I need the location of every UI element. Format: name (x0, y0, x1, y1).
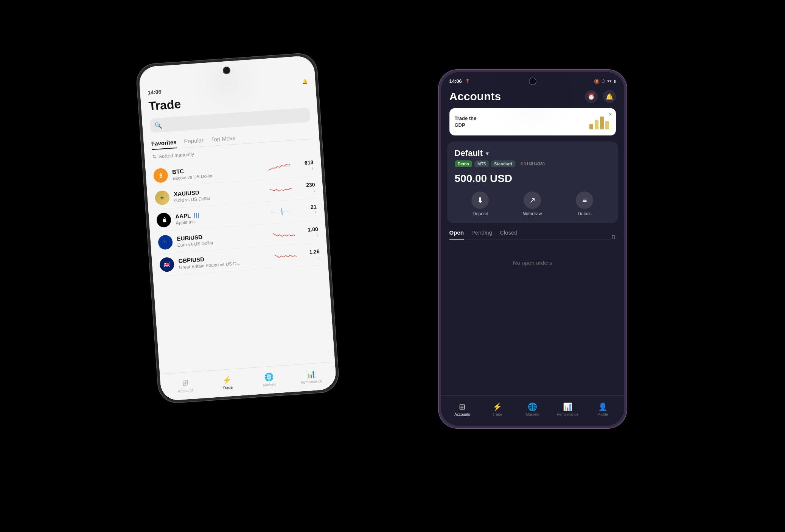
orders-tabs: Open Pending Closed (449, 229, 611, 240)
front-performance-icon: 📊 (563, 402, 572, 411)
closed-tab-wrap: Closed (500, 229, 518, 240)
btc-sparkline (267, 161, 291, 173)
tab-closed[interactable]: Closed (500, 229, 518, 236)
account-card: Default ▾ Demo MT5 Standard # 116814330 … (447, 142, 618, 223)
btc-info: BTC Bitcoin vs US Dollar (172, 162, 263, 181)
aapl-bar-icon: ||| (193, 211, 200, 218)
standard-badge: Standard (491, 160, 515, 167)
back-nav-markets[interactable]: 🌐 Markets (247, 371, 290, 388)
xau-price: 230 ↓ (296, 181, 316, 194)
accounts-screen-title: Accounts (449, 90, 501, 103)
wifi-icon: ▾▾ (607, 79, 612, 84)
svg-rect-2 (589, 124, 593, 129)
eur-flag-icon: 🇪🇺 (157, 235, 173, 250)
withdraw-button[interactable]: ↗ Withdraw (523, 191, 542, 216)
dark-status-left: 14:06 📍 (449, 78, 470, 84)
eur-info: EUR/USD Euro vs US Dollar (176, 229, 268, 248)
account-actions: ⬇ Deposit ↗ Withdraw ≡ Details (455, 191, 611, 216)
dark-status-right: 🔕 ⬡ ▾▾ ▮ (594, 79, 616, 84)
front-accounts-label: Accounts (454, 412, 470, 417)
svg-rect-4 (600, 117, 604, 129)
sort-arrows-icon: ⇅ (152, 154, 156, 160)
front-nav-profile[interactable]: 👤 Profile (585, 402, 620, 417)
back-nav-performance[interactable]: 📊 Performance (289, 368, 332, 385)
eur-price: 1.00 ↓ (299, 226, 319, 238)
front-nav-trade[interactable]: ⚡ Trade (480, 402, 515, 417)
phone-back-inner: 14:06 🔔 Trade 🔍 Favorites Popular Top Mo… (138, 55, 337, 401)
back-nav-trade[interactable]: ⚡ Trade (206, 374, 249, 391)
scene: 14:06 🔔 Trade 🔍 Favorites Popular Top Mo… (128, 39, 658, 493)
notification-button[interactable]: 🔔 (603, 90, 616, 103)
phone-front: 14:06 📍 🔕 ⬡ ▾▾ ▮ Accounts ⏰ 🔔 (438, 69, 627, 429)
deposit-icon: ⬇ (471, 191, 489, 209)
front-performance-label: Performance (557, 412, 578, 417)
tab-open[interactable]: Open (449, 229, 464, 236)
no-orders-message: No open orders (449, 244, 616, 281)
open-tab-wrap: Open (449, 229, 464, 240)
front-trade-label: Trade (493, 412, 502, 417)
front-markets-icon: 🌐 (528, 402, 537, 411)
mt5-badge: MT5 (474, 160, 489, 167)
account-badges: Demo MT5 Standard # 116814330 (455, 160, 611, 167)
phone-front-inner: 14:06 📍 🔕 ⬡ ▾▾ ▮ Accounts ⏰ 🔔 (441, 72, 624, 426)
back-nav-accounts[interactable]: ⊞ Accounts (164, 376, 207, 394)
tab-favorites[interactable]: Favorites (151, 137, 177, 150)
orders-section: Open Pending Closed ⇅ No open orders (441, 229, 624, 281)
eur-sparkline (272, 228, 295, 240)
account-id-badge: # 116814330 (518, 160, 548, 167)
gbp-info: GBP/USD Great Britain Pound vs US D... (178, 251, 270, 270)
gbp-sparkline (273, 250, 297, 262)
front-profile-label: Profile (597, 412, 608, 417)
front-nav-performance[interactable]: 📊 Performance (550, 402, 585, 417)
aapl-icon (156, 212, 171, 228)
pending-tab-wrap: Pending (471, 229, 492, 240)
account-dropdown-icon[interactable]: ▾ (486, 150, 489, 157)
banner-text: Trade theGDP (455, 115, 477, 129)
phone-back: 14:06 🔔 Trade 🔍 Favorites Popular Top Mo… (135, 52, 340, 404)
front-accounts-icon: ⊞ (459, 402, 465, 411)
alarm-button[interactable]: ⏰ (585, 90, 598, 103)
xau-info: XAU/USD Gold vs US Dollar (173, 184, 265, 203)
deposit-label: Deposit (473, 211, 488, 216)
withdraw-icon: ↗ (524, 191, 541, 209)
promo-banner[interactable]: Trade theGDP × (449, 108, 616, 135)
dark-location-icon: 📍 (465, 79, 470, 84)
tab-popular[interactable]: Popular (183, 135, 204, 148)
banner-close-button[interactable]: × (609, 111, 612, 117)
details-button[interactable]: ≡ Details (576, 191, 593, 216)
orders-sort-icon[interactable]: ⇅ (611, 234, 616, 240)
front-markets-label: Markets (526, 412, 539, 417)
demo-badge: Demo (455, 160, 473, 167)
front-nav-accounts[interactable]: ⊞ Accounts (445, 402, 480, 417)
trade-screen: 14:06 🔔 Trade 🔍 Favorites Popular Top Mo… (138, 55, 337, 401)
front-bottom-nav: ⊞ Accounts ⚡ Trade 🌐 Markets 📊 Performan… (441, 395, 624, 426)
front-profile-icon: 👤 (598, 402, 608, 411)
accounts-header: Accounts ⏰ 🔔 (441, 87, 624, 108)
header-action-icons: ⏰ 🔔 (585, 90, 616, 103)
tab-pending[interactable]: Pending (471, 229, 492, 236)
mute-icon: 🔕 (594, 79, 600, 84)
details-icon: ≡ (576, 191, 593, 209)
trade-nav-icon: ⚡ (222, 375, 232, 385)
btc-icon: ₿ (153, 168, 168, 184)
account-balance: 500.00 USD (455, 173, 611, 185)
accounts-nav-label: Accounts (178, 388, 194, 393)
btc-price: 613 ↓ (294, 159, 314, 172)
tab-top-move[interactable]: Top Move (210, 132, 236, 146)
account-card-header: Default ▾ (455, 148, 611, 158)
aapl-price: 21 ↑ (297, 204, 317, 216)
gbp-flag-icon: 🇬🇧 (159, 257, 174, 272)
svg-rect-3 (595, 120, 598, 129)
details-label: Details (578, 211, 592, 216)
xau-sparkline (269, 184, 292, 196)
svg-rect-5 (605, 121, 609, 129)
battery-icon: ▮ (614, 79, 616, 84)
front-nav-markets[interactable]: 🌐 Markets (515, 402, 550, 417)
back-time: 14:06 (147, 89, 161, 95)
banner-chart-icon (588, 114, 611, 130)
aapl-sparkline (270, 206, 294, 218)
trade-nav-label: Trade (222, 385, 233, 390)
performance-nav-icon: 📊 (306, 369, 316, 379)
performance-nav-label: Performance (300, 379, 322, 384)
deposit-button[interactable]: ⬇ Deposit (471, 191, 489, 216)
